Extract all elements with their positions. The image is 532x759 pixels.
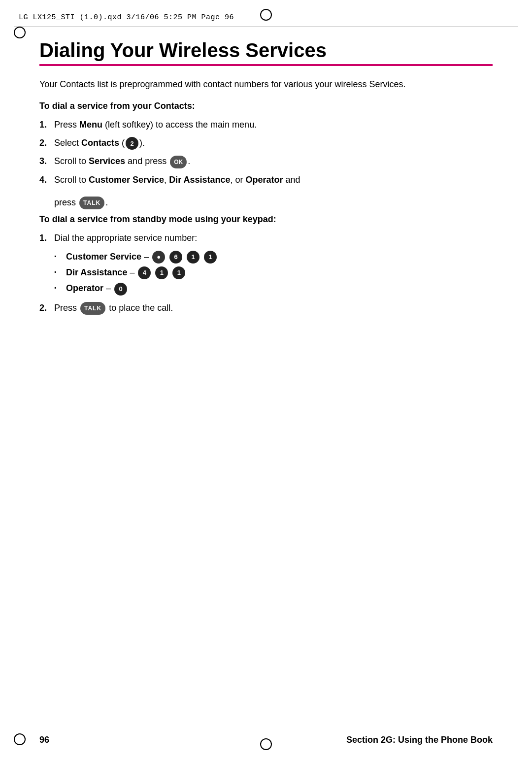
key-talk-2: TALK	[80, 302, 105, 315]
section2-list: 1. Dial the appropriate service number: …	[39, 231, 493, 315]
step2-contacts-bold: Contacts	[81, 138, 119, 148]
step4-op-bold: Operator	[246, 175, 283, 185]
corner-mark-bottom-left	[14, 733, 26, 745]
step1-num: 1.	[39, 118, 47, 132]
key-0: 0	[114, 283, 127, 296]
step3-num: 3.	[39, 155, 47, 168]
key-2: 2	[126, 137, 138, 150]
section2-step2-num: 2.	[39, 301, 47, 315]
intro-paragraph: Your Contacts list is preprogrammed with…	[39, 78, 493, 91]
step2: 2. Select Contacts (2).	[39, 136, 493, 150]
sub-dir-assistance: Dir Assistance – 4 1 1	[54, 264, 493, 280]
step3-services-bold: Services	[89, 156, 125, 166]
step1-menu-bold: Menu	[79, 120, 102, 130]
page-title: Dialing Your Wireless Services	[39, 39, 493, 61]
key-6: 6	[169, 251, 182, 264]
key-1d: 1	[172, 266, 185, 279]
step1: 1. Press Menu (left softkey) to access t…	[39, 118, 493, 132]
sub-customer-service: Customer Service – ● 6 1 1	[54, 249, 493, 264]
step2-num: 2.	[39, 136, 47, 150]
key-ok: OK	[170, 156, 187, 168]
key-1a: 1	[187, 251, 200, 264]
step4-num: 4.	[39, 173, 47, 187]
section2-heading: To dial a service from standby mode usin…	[39, 214, 493, 225]
op-label: Operator	[66, 283, 103, 293]
key-1c: 1	[155, 266, 168, 279]
section2-step1: 1. Dial the appropriate service number: …	[39, 231, 493, 297]
section2-step2: 2. Press TALK to place the call.	[39, 301, 493, 315]
key-1b: 1	[204, 251, 217, 264]
title-underline	[39, 64, 493, 66]
key-talk-1: TALK	[79, 197, 104, 209]
corner-mark-top-center	[260, 9, 272, 21]
sub-operator: Operator – 0	[54, 280, 493, 296]
content-area: Dialing Your Wireless Services Your Cont…	[39, 39, 493, 720]
step4-da-bold: Dir Assistance	[169, 175, 230, 185]
cs-label: Customer Service	[66, 252, 141, 262]
footer-section-text: Section 2G: Using the Phone Book	[346, 735, 493, 745]
da-label: Dir Assistance	[66, 267, 127, 277]
section2-step1-num: 1.	[39, 231, 47, 245]
key-star: ●	[152, 251, 165, 264]
key-4: 4	[138, 266, 151, 279]
header-text: LG LX125_STI (1.0).qxd 3/16/06 5:25 PM P…	[19, 13, 234, 22]
step4-line2: press TALK.	[39, 197, 493, 209]
sub-list: Customer Service – ● 6 1 1 Dir Assistanc…	[54, 249, 493, 297]
section1-heading: To dial a service from your Contacts:	[39, 101, 493, 111]
section1-list: 1. Press Menu (left softkey) to access t…	[39, 118, 493, 187]
footer: 96 Section 2G: Using the Phone Book	[39, 735, 493, 745]
step4: 4. Scroll to Customer Service, Dir Assis…	[39, 173, 493, 187]
step3: 3. Scroll to Services and press OK.	[39, 155, 493, 168]
step4-cs-bold: Customer Service	[89, 175, 164, 185]
corner-mark-top-left	[14, 27, 26, 38]
footer-page-number: 96	[39, 735, 49, 745]
